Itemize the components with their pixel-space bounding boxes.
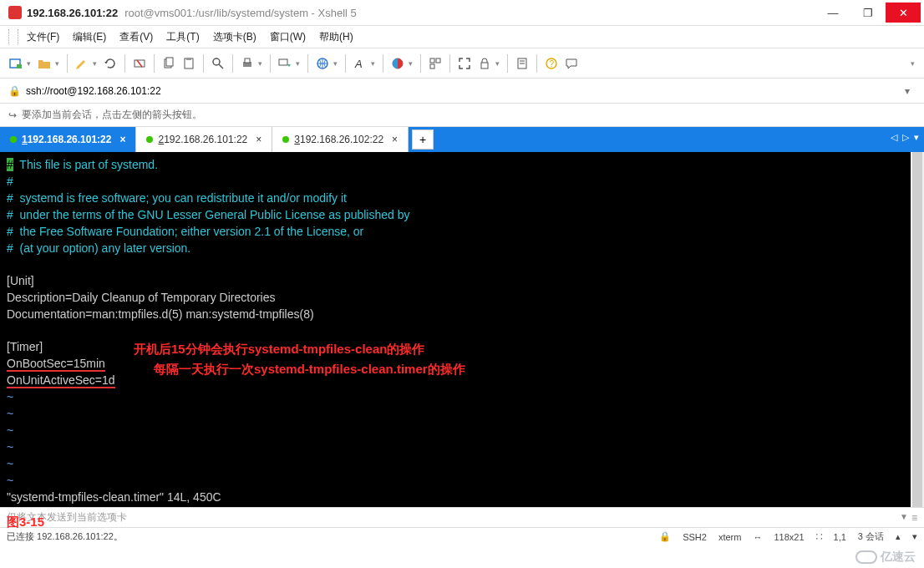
watermark: 亿速云 — [855, 550, 916, 565]
svg-line-9 — [219, 64, 223, 68]
title-path: root@vms001:/usr/lib/systemd/system - Xs… — [124, 7, 357, 19]
terminal-scrollbar[interactable] — [911, 152, 924, 507]
new-session-icon[interactable] — [7, 54, 25, 73]
help-icon[interactable]: ? — [542, 54, 561, 73]
menu-view[interactable]: 查看(V) — [113, 30, 160, 44]
copy-icon[interactable] — [160, 54, 178, 73]
annotation-1: 开机后15分钟会执行systemd-tmpfiles-clean的操作 — [134, 342, 424, 358]
address-dropdown-icon[interactable]: ▾ — [899, 85, 916, 97]
hint-bar: ↪ 要添加当前会话，点击左侧的箭头按钮。 — [0, 104, 924, 127]
svg-text:?: ? — [550, 59, 555, 68]
transfer-icon[interactable] — [276, 54, 294, 73]
tab-2[interactable]: 2 192.168.26.101:22 × — [136, 127, 272, 152]
status-pos: 1,1 — [834, 532, 846, 542]
svg-text:A: A — [354, 58, 363, 70]
status-dot-icon — [282, 136, 289, 143]
reconnect-icon[interactable] — [101, 54, 119, 73]
print-icon[interactable] — [238, 54, 256, 73]
paste-icon[interactable] — [180, 54, 198, 73]
lock-small-icon: 🔒 — [8, 85, 21, 97]
tab-bar: 1 192.168.26.101:22 × 2 192.168.26.101:2… — [0, 127, 924, 152]
status-pos-icon: ⸬ — [816, 531, 822, 542]
edit-icon[interactable] — [73, 54, 91, 73]
search-icon[interactable] — [209, 54, 227, 73]
tab-label: 192.168.26.102:22 — [300, 134, 383, 145]
status-bar: 已连接 192.168.26.101:22。 🔒 SSH2 xterm ↔ 11… — [0, 527, 924, 545]
status-down-icon[interactable]: ▾ — [912, 531, 917, 542]
toolbar: ▾ ▾ ▾ ▾ ▾ ▾ A ▾ ▾ ▾ ? ▾ — [0, 48, 924, 79]
menu-file[interactable]: 文件(F) — [20, 30, 66, 44]
lock-icon[interactable] — [475, 54, 494, 73]
svg-rect-17 — [436, 58, 440, 63]
fullscreen-icon[interactable] — [455, 54, 474, 73]
status-size-icon: ↔ — [753, 532, 762, 542]
title-host: 192.168.26.101:22 — [27, 7, 118, 19]
tab-label: 192.168.26.101:22 — [164, 134, 247, 145]
tab-close-icon[interactable]: × — [119, 134, 125, 145]
disconnect-icon[interactable] — [130, 54, 149, 73]
app-icon — [8, 6, 22, 19]
status-term: xterm — [718, 532, 742, 542]
close-button[interactable]: ✕ — [886, 3, 921, 23]
tab-list-icon[interactable]: ▾ — [914, 132, 919, 143]
tab-close-icon[interactable]: × — [392, 134, 398, 145]
send-input-bar[interactable]: 仅将文本发送到当前选项卡 图3-15 ▼ ≡ — [0, 507, 924, 527]
menu-help[interactable]: 帮助(H) — [312, 30, 360, 44]
globe-icon[interactable] — [313, 54, 332, 73]
address-input[interactable] — [26, 85, 899, 97]
svg-rect-7 — [186, 58, 191, 60]
status-up-icon[interactable]: ▴ — [896, 531, 901, 542]
menu-lines-icon[interactable]: ≡ — [911, 512, 917, 524]
status-lock-icon: 🔒 — [659, 531, 671, 542]
menu-tabs[interactable]: 选项卡(B) — [206, 30, 263, 44]
address-bar: 🔒 ▾ — [0, 79, 924, 104]
tab-close-icon[interactable]: × — [256, 134, 261, 145]
status-dot-icon — [146, 136, 153, 143]
figure-label: 图3-15 — [7, 515, 44, 530]
maximize-button[interactable]: ❐ — [850, 3, 886, 23]
tab-1[interactable]: 1 192.168.26.101:22 × — [0, 127, 136, 152]
status-dot-icon — [10, 136, 17, 143]
tab-3[interactable]: 3 192.168.26.102:22 × — [272, 127, 409, 152]
terminal[interactable]: # This file is part of systemd. # # syst… — [0, 152, 924, 507]
hint-text: 要添加当前会话，点击左侧的箭头按钮。 — [22, 108, 202, 122]
svg-rect-11 — [245, 58, 250, 63]
svg-line-3 — [137, 60, 142, 67]
menu-edit[interactable]: 编辑(E) — [66, 30, 113, 44]
svg-rect-16 — [430, 58, 434, 63]
terminal-content: # This file is part of systemd. # # syst… — [7, 157, 917, 506]
svg-rect-5 — [166, 58, 173, 66]
title-bar: 192.168.26.101:22 root@vms001:/usr/lib/s… — [0, 0, 924, 25]
status-sessions: 3 会话 — [858, 530, 884, 543]
open-icon[interactable] — [35, 54, 53, 73]
tab-prev-icon[interactable]: ◁ — [891, 132, 897, 143]
cloud-icon — [855, 550, 877, 564]
annotation-2: 每隔一天执行一次systemd-tmpfiles-clean.timer的操作 — [154, 362, 465, 378]
new-tab-button[interactable]: + — [412, 129, 434, 150]
status-size: 118x21 — [774, 532, 804, 542]
speech-icon[interactable] — [562, 54, 581, 73]
script-icon[interactable] — [513, 54, 531, 73]
tab-next-icon[interactable]: ▷ — [902, 132, 909, 143]
svg-rect-12 — [279, 59, 287, 65]
menu-tool[interactable]: 工具(T) — [160, 30, 206, 44]
status-ssh: SSH2 — [683, 532, 707, 542]
tab-label: 192.168.26.101:22 — [28, 134, 112, 145]
svg-rect-19 — [481, 63, 488, 68]
svg-rect-18 — [430, 64, 434, 68]
collapse-icon[interactable]: ▼ — [900, 512, 908, 524]
minimize-button[interactable]: — — [815, 3, 850, 23]
font-icon[interactable]: A — [351, 54, 369, 73]
toolbar-overflow-icon[interactable]: ▾ — [911, 59, 917, 68]
status-connected: 已连接 192.168.26.101:22。 — [7, 530, 123, 543]
menu-bar: 文件(F) 编辑(E) 查看(V) 工具(T) 选项卡(B) 窗口(W) 帮助(… — [0, 25, 924, 48]
svg-rect-1 — [17, 64, 22, 68]
svg-point-8 — [213, 58, 220, 65]
sessions-icon[interactable] — [426, 54, 444, 73]
color-icon[interactable] — [388, 54, 407, 73]
menu-window[interactable]: 窗口(W) — [263, 30, 312, 44]
bookmark-icon[interactable]: ↪ — [8, 109, 17, 121]
